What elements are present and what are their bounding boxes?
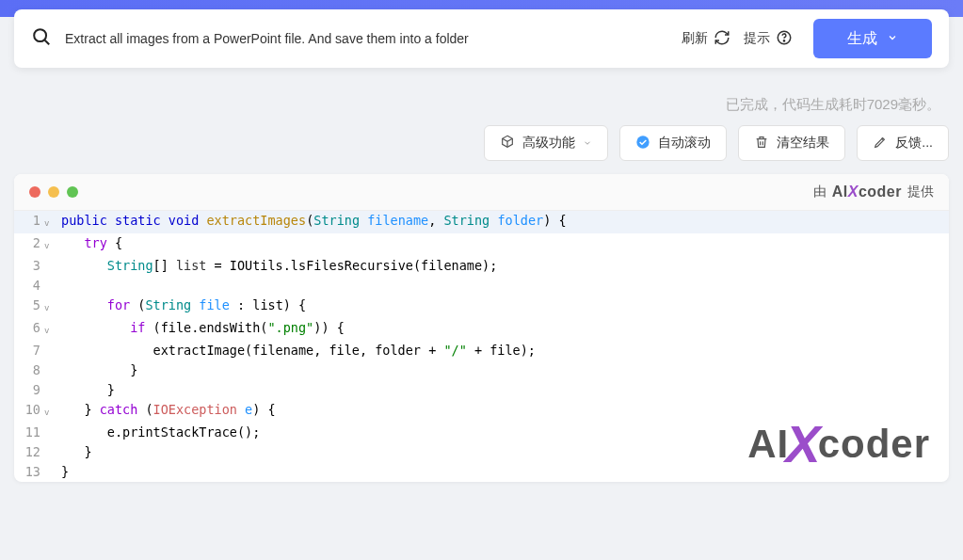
provider-by: 由: [813, 184, 827, 200]
line-number: 11: [14, 423, 44, 442]
minimize-dot[interactable]: [48, 186, 59, 198]
line-number: 2: [14, 233, 44, 253]
fold-marker[interactable]: v: [44, 211, 57, 233]
chevron-down-icon: [583, 136, 592, 151]
fold-marker[interactable]: [44, 380, 57, 383]
pencil-icon: [873, 135, 888, 152]
prompt-input[interactable]: [65, 31, 668, 46]
fold-marker[interactable]: [44, 341, 57, 344]
svg-point-3: [783, 40, 784, 40]
generate-label: 生成: [847, 29, 877, 49]
line-number: 6: [14, 318, 44, 338]
close-dot[interactable]: [29, 186, 40, 198]
code-line[interactable]: 1vpublic static void extractImages(Strin…: [14, 211, 949, 233]
chevron-down-icon: [887, 30, 898, 47]
feedback-button[interactable]: 反馈...: [857, 125, 949, 161]
code-line[interactable]: 10v } catch (IOException e) {: [14, 400, 949, 423]
code-line[interactable]: 9 }: [14, 380, 949, 400]
hint-label: 提示: [744, 30, 770, 47]
code-line[interactable]: 7 extractImage(filename, file, folder + …: [14, 341, 949, 360]
provider-suffix: 提供: [907, 184, 934, 200]
line-number: 1: [14, 211, 44, 231]
svg-point-4: [637, 136, 650, 148]
code-content: e.printStackTrace();: [57, 423, 260, 442]
check-circle-icon: [635, 135, 650, 152]
line-number: 7: [14, 341, 44, 360]
code-card: 由 AIXcoder 提供 1vpublic static void extra…: [14, 174, 949, 482]
line-number: 4: [14, 276, 44, 296]
fold-marker[interactable]: v: [44, 400, 57, 423]
code-content: for (String file : list) {: [57, 296, 306, 315]
svg-point-0: [34, 29, 46, 41]
clear-button[interactable]: 清空结果: [738, 125, 845, 161]
line-number: 13: [14, 462, 44, 482]
fold-marker[interactable]: v: [44, 296, 57, 318]
code-content: }: [57, 380, 115, 400]
code-line[interactable]: 11 e.printStackTrace();: [14, 423, 949, 442]
refresh-label: 刷新: [682, 30, 708, 47]
fold-marker[interactable]: [44, 276, 57, 279]
code-line[interactable]: 6v if (file.endsWith(".png")) {: [14, 318, 949, 341]
refresh-icon: [714, 29, 730, 49]
fold-marker[interactable]: [44, 360, 57, 363]
code-content: public static void extractImages(String …: [57, 211, 567, 231]
fold-marker[interactable]: [44, 423, 57, 425]
trash-icon: [754, 135, 769, 152]
line-number: 5: [14, 296, 44, 315]
code-content: }: [57, 360, 137, 380]
code-line[interactable]: 8 }: [14, 360, 949, 380]
generate-button[interactable]: 生成: [813, 19, 932, 58]
traffic-lights: [29, 186, 78, 198]
provider-credit: 由 AIXcoder 提供: [813, 184, 934, 200]
advanced-button[interactable]: 高级功能: [484, 125, 608, 161]
cube-icon: [500, 135, 515, 152]
question-icon: [776, 29, 793, 49]
line-number: 8: [14, 360, 44, 380]
code-content: extractImage(filename, file, folder + "/…: [57, 341, 536, 360]
provider-logo: AIXcoder: [832, 184, 902, 200]
fold-marker[interactable]: [44, 462, 57, 465]
fold-marker[interactable]: [44, 442, 57, 445]
code-line[interactable]: 12 }: [14, 442, 949, 462]
code-line[interactable]: 13}: [14, 462, 949, 482]
fold-marker[interactable]: v: [44, 233, 57, 256]
code-line[interactable]: 2v try {: [14, 233, 949, 256]
code-body[interactable]: 1vpublic static void extractImages(Strin…: [14, 211, 949, 482]
status-text: 已完成，代码生成耗时7029毫秒。: [0, 68, 963, 125]
autoscroll-button[interactable]: 自动滚动: [619, 125, 727, 161]
toolbar: 高级功能 自动滚动 清空结果 反馈...: [0, 125, 963, 174]
line-number: 10: [14, 400, 44, 420]
code-content: if (file.endsWith(".png")) {: [57, 318, 345, 338]
search-bar: 刷新 提示 生成: [14, 9, 949, 68]
code-content: } catch (IOException e) {: [57, 400, 276, 420]
feedback-label: 反馈...: [895, 135, 933, 152]
advanced-label: 高级功能: [522, 135, 575, 152]
code-content: try {: [57, 233, 122, 253]
maximize-dot[interactable]: [67, 186, 78, 198]
code-content: String[] list = IOUtils.lsFilesRecursive…: [57, 256, 497, 276]
fold-marker[interactable]: [44, 256, 57, 259]
autoscroll-label: 自动滚动: [658, 135, 711, 152]
hint-button[interactable]: 提示: [744, 29, 793, 49]
code-content: }: [57, 442, 92, 462]
refresh-button[interactable]: 刷新: [682, 29, 730, 49]
fold-marker[interactable]: v: [44, 318, 57, 341]
line-number: 12: [14, 442, 44, 462]
search-icon: [31, 26, 52, 51]
code-content: }: [57, 462, 69, 482]
svg-line-1: [45, 40, 50, 45]
code-line[interactable]: 4: [14, 276, 949, 296]
code-line[interactable]: 5v for (String file : list) {: [14, 296, 949, 318]
code-header: 由 AIXcoder 提供: [14, 174, 949, 211]
clear-label: 清空结果: [777, 135, 829, 152]
line-number: 9: [14, 380, 44, 400]
code-line[interactable]: 3 String[] list = IOUtils.lsFilesRecursi…: [14, 256, 949, 276]
line-number: 3: [14, 256, 44, 276]
